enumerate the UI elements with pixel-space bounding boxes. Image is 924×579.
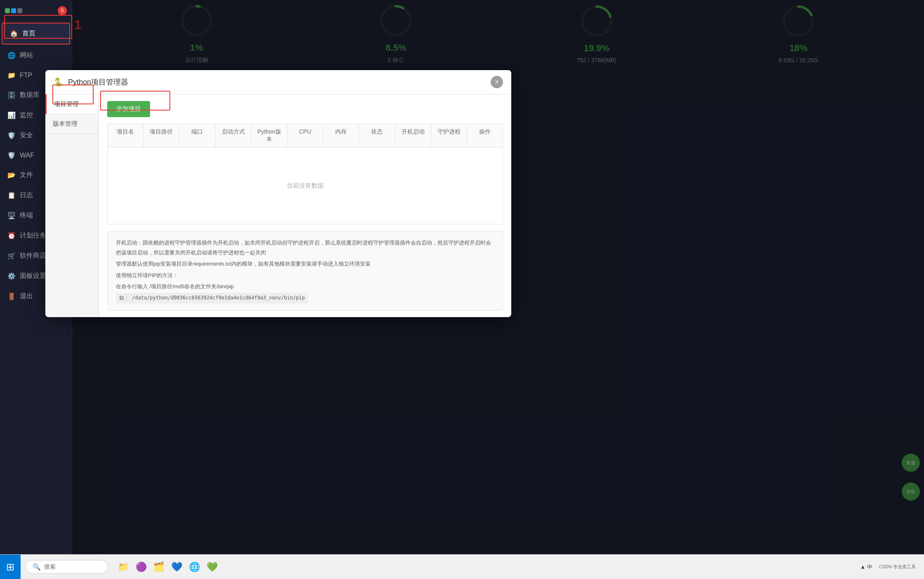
website-icon: 🌐: [7, 52, 16, 59]
taskbar-icon-vs[interactable]: 💙: [171, 562, 182, 572]
th-memory: 内存: [323, 124, 359, 147]
sidebar-item-label-monitor: 监控: [20, 111, 33, 120]
th-daemon: 守护进程: [431, 124, 467, 147]
th-autostart: 开机启动: [395, 124, 431, 147]
settings-icon: ⚙️: [7, 272, 16, 280]
waf-icon: 🛡️: [7, 151, 16, 159]
csdn-label: CSDN 专业查工具: [879, 564, 916, 570]
modal-toolbar: 添加项目: [107, 101, 503, 117]
sidebar-item-home[interactable]: 🏠 首页: [2, 23, 70, 45]
store-icon: 🛒: [7, 252, 16, 260]
sidebar-item-label-log: 日志: [20, 191, 33, 200]
logout-icon: 🚪: [7, 292, 16, 300]
search-label: 搜索: [44, 563, 56, 571]
start-button[interactable]: ⊞: [0, 555, 21, 579]
logo-sq-green: [5, 8, 10, 13]
database-icon: 🗄️: [7, 91, 16, 99]
security-icon: 🛡️: [7, 132, 16, 139]
th-project-name: 项目名: [108, 124, 143, 147]
table-header: 项目名 项目路径 端口 启动方式 Python版本 CPU 内存 状态 开机启动…: [107, 124, 503, 148]
taskbar-icon-chrome[interactable]: 🌐: [189, 562, 200, 572]
tasks-icon: ⏰: [7, 232, 16, 240]
logo-sq-blue: [11, 8, 16, 13]
sidebar-item-label-settings: 面板设置: [20, 272, 46, 280]
python-icon: 🐍: [54, 77, 64, 87]
monitor-icon: 📊: [7, 111, 16, 119]
add-project-button[interactable]: 添加项目: [107, 101, 150, 117]
modal-body: 项目管理 版本管理 添加项目 项目名 项目路径 端口 启动方式 Python版本…: [45, 94, 511, 317]
search-icon: 🔍: [33, 563, 41, 571]
modal-nav-version[interactable]: 版本管理: [45, 114, 99, 134]
python-manager-modal: 🐍 Python项目管理器 × 项目管理 版本管理 添加项目 项目名 项目路径 …: [45, 70, 511, 317]
taskbar-icon-wechat[interactable]: 💚: [207, 562, 218, 572]
logo-sq-gray: [17, 8, 22, 13]
th-cpu: CPU: [287, 124, 323, 147]
taskbar-icon-browser1[interactable]: 🟣: [136, 562, 147, 572]
taskbar-tray: ▲ 中 CSDN 专业查工具: [860, 563, 924, 571]
modal-title: Python项目管理器: [68, 77, 128, 87]
info-code: 如： /data/python/d9036cc6563924cf9e1da4e1…: [116, 293, 494, 304]
file-icon: 📂: [7, 171, 16, 179]
home-icon: 🏠: [10, 30, 18, 38]
log-icon: 📋: [7, 191, 16, 199]
info-line1: 开机启动：因依赖的进程守护管理器插件为开机启动，如关闭开机启动但守护进程开启，那…: [116, 238, 494, 257]
th-project-path: 项目路径: [143, 124, 179, 147]
taskbar-search[interactable]: 🔍 搜索: [26, 560, 108, 574]
sidebar-item-label-terminal: 终端: [20, 211, 33, 220]
sidebar-item-label-tasks: 计划任务: [20, 231, 46, 240]
sidebar-item-website[interactable]: 🌐 网站: [0, 45, 72, 66]
ftp-icon: 📁: [7, 71, 16, 79]
taskbar-app-icons: 📁 🟣 🗂️ 💙 🌐 💚: [113, 562, 223, 572]
modal-nav: 项目管理 版本管理: [45, 94, 99, 317]
notification-badge: 0: [58, 6, 67, 15]
taskbar-icon-folder[interactable]: 📁: [118, 562, 129, 572]
no-data-text: 当前没有数据: [287, 182, 324, 190]
th-startup: 启动方式: [216, 124, 252, 147]
terminal-icon: 🖥️: [7, 212, 16, 219]
taskbar-icon-files[interactable]: 🗂️: [153, 562, 165, 572]
logo-icon: [5, 8, 22, 13]
info-line2: 管理器默认使用pip安装项目目录requirements.txt内的模块，如有其…: [116, 259, 494, 268]
taskbar: ⊞ 🔍 搜索 📁 🟣 🗂️ 💙 🌐 💚 ▲ 中 CSDN 专业查工具: [0, 554, 924, 579]
modal-header: 🐍 Python项目管理器 ×: [45, 70, 511, 94]
th-python-version: Python版本: [252, 124, 287, 147]
sidebar-item-label-store: 软件商店: [20, 252, 46, 260]
modal-close-button[interactable]: ×: [491, 76, 503, 88]
th-port: 端口: [179, 124, 215, 147]
sidebar-item-label-waf: WAF: [20, 152, 34, 159]
sidebar-item-label-ftp: FTP: [20, 72, 32, 79]
th-operation: 操作: [467, 124, 503, 147]
info-line3: 使用独立环境PIP的方法：: [116, 271, 494, 280]
sidebar-item-label-home: 首页: [22, 29, 35, 38]
sidebar-item-label-logout: 退出: [20, 292, 33, 301]
tray-icons: ▲ 中: [860, 563, 872, 571]
modal-info-box: 开机启动：因依赖的进程守护管理器插件为开机启动，如关闭开机启动但守护进程开启，那…: [107, 231, 503, 311]
sidebar-item-label-file: 文件: [20, 171, 33, 179]
sidebar-item-label-security: 安全: [20, 131, 33, 140]
sidebar-logo: 0: [0, 0, 72, 22]
sidebar-item-label-database: 数据库: [20, 91, 40, 99]
modal-nav-project[interactable]: 项目管理: [45, 94, 99, 114]
info-line4: 在命令行输入 /项目路径/md5命名的文件夹/bin/pip: [116, 282, 494, 291]
th-status: 状态: [359, 124, 395, 147]
sidebar-item-label-website: 网站: [20, 51, 33, 60]
table-body: 当前没有数据: [107, 148, 503, 224]
modal-main-content: 添加项目 项目名 项目路径 端口 启动方式 Python版本 CPU 内存 状态…: [99, 94, 511, 317]
